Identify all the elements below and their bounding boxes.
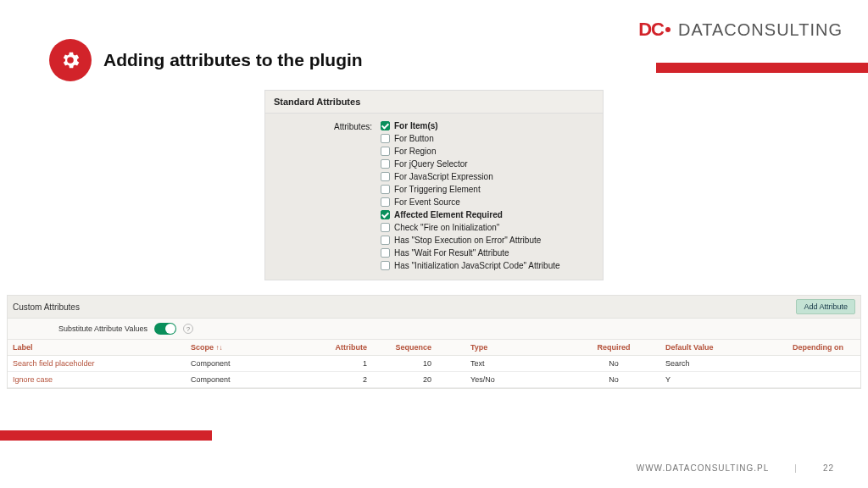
checkbox-row: Affected Element Required [381,209,560,220]
checkbox-row: Check "Fire on Initialization" [381,222,560,233]
page-number: 22 [823,463,834,473]
checkbox-label: For Region [394,146,436,157]
cell-type: Yes/No [465,372,567,388]
checkbox-label: For Button [394,133,434,144]
footer: WWW.DATACONSULTING.PL | 22 [0,463,868,473]
checkbox[interactable] [381,185,390,194]
brand-mark: DC [638,19,671,41]
substitute-row: Substitute Attribute Values ? [8,319,860,339]
add-attribute-button[interactable]: Add Attribute [796,299,855,314]
checkbox-row: For JavaScript Expression [381,171,560,182]
brand-name: DATACONSULTING [678,20,843,40]
cell-required: No [567,356,660,372]
standard-attributes-header: Standard Attributes [265,91,603,114]
cell-depending [787,356,860,372]
checkbox-label: Has "Stop Execution on Error" Attribute [394,235,541,246]
table-row[interactable]: Ignore caseComponent220Yes/NoNoY [8,372,860,388]
checkbox[interactable] [381,248,390,258]
checkbox-label: For Event Source [394,197,460,208]
cell-default: Search [660,356,787,372]
cell-label[interactable]: Ignore case [8,372,186,388]
brand-mark-text: DC [638,19,664,41]
col-scope[interactable]: Scope ↑↓ [186,340,321,356]
attributes-label: Attributes: [274,120,376,271]
checkbox[interactable] [381,210,390,219]
checkbox-row: For jQuery Selector [381,158,560,169]
custom-attributes-title: Custom Attributes [13,302,80,312]
accent-bar-bottom [0,430,212,441]
checkbox-label: Check "Fire on Initialization" [394,222,499,233]
checkbox-row: Has "Initialization JavaScript Code" Att… [381,260,560,271]
info-icon[interactable]: ? [183,324,193,334]
cell-depending [787,372,860,388]
cell-scope: Component [186,372,321,388]
checkbox[interactable] [381,134,390,143]
slide-title-row: Adding attributes to the plugin [49,39,363,81]
accent-bar-top [656,63,868,73]
checkbox[interactable] [381,236,390,245]
checkbox[interactable] [381,261,390,270]
checkbox[interactable] [381,197,390,207]
cell-required: No [567,372,660,388]
checkbox-row: For Triggering Element [381,184,560,195]
cell-label[interactable]: Search field placeholder [8,356,186,372]
footer-url: WWW.DATACONSULTING.PL [637,463,770,473]
checkbox-row: For Item(s) [381,120,560,131]
table-row[interactable]: Search field placeholderComponent110Text… [8,356,860,372]
checkbox-row: Has "Wait For Result" Attribute [381,247,560,258]
col-scope-text: Scope [191,343,214,352]
slide-title: Adding attributes to the plugin [103,50,363,70]
cell-attribute: 1 [321,356,372,372]
col-sequence[interactable]: Sequence [372,340,465,356]
checkbox-label: For Item(s) [394,120,438,131]
brand-logo: DC DATACONSULTING [638,19,843,41]
checkbox[interactable] [381,159,390,169]
gears-icon [49,39,92,81]
attributes-checklist: For Item(s)For ButtonFor RegionFor jQuer… [381,120,560,271]
checkbox[interactable] [381,172,390,181]
checkbox[interactable] [381,121,390,130]
checkbox-row: For Button [381,133,560,144]
brand-dot-icon [665,27,670,32]
sort-icon: ↑↓ [216,344,223,352]
col-required[interactable]: Required [567,340,660,356]
checkbox-label: For jQuery Selector [394,158,468,169]
footer-divider: | [794,463,798,473]
cell-default: Y [660,372,787,388]
checkbox-row: For Region [381,146,560,157]
col-attribute[interactable]: Attribute [321,340,372,356]
checkbox-label: Affected Element Required [394,209,503,220]
checkbox-label: For Triggering Element [394,184,481,195]
custom-attributes-table: Label Scope ↑↓ Attribute Sequence Type R… [8,339,860,388]
checkbox-row: Has "Stop Execution on Error" Attribute [381,235,560,246]
decorative-dots [775,147,868,283]
checkbox[interactable] [381,223,390,232]
col-label[interactable]: Label [8,340,186,356]
checkbox-label: Has "Wait For Result" Attribute [394,247,509,258]
standard-attributes-panel: Standard Attributes Attributes: For Item… [264,90,604,280]
cell-scope: Component [186,356,321,372]
col-default[interactable]: Default Value [660,340,787,356]
substitute-label: Substitute Attribute Values [58,324,147,333]
cell-sequence: 10 [372,356,465,372]
checkbox-label: Has "Initialization JavaScript Code" Att… [394,260,560,271]
cell-sequence: 20 [372,372,465,388]
col-type[interactable]: Type [465,340,567,356]
checkbox-label: For JavaScript Expression [394,171,493,182]
cell-attribute: 2 [321,372,372,388]
custom-attributes-panel: Custom Attributes Add Attribute Substitu… [7,295,861,389]
checkbox[interactable] [381,147,390,156]
cell-type: Text [465,356,567,372]
col-depending[interactable]: Depending on [787,340,860,356]
checkbox-row: For Event Source [381,197,560,208]
substitute-toggle[interactable] [154,323,176,335]
